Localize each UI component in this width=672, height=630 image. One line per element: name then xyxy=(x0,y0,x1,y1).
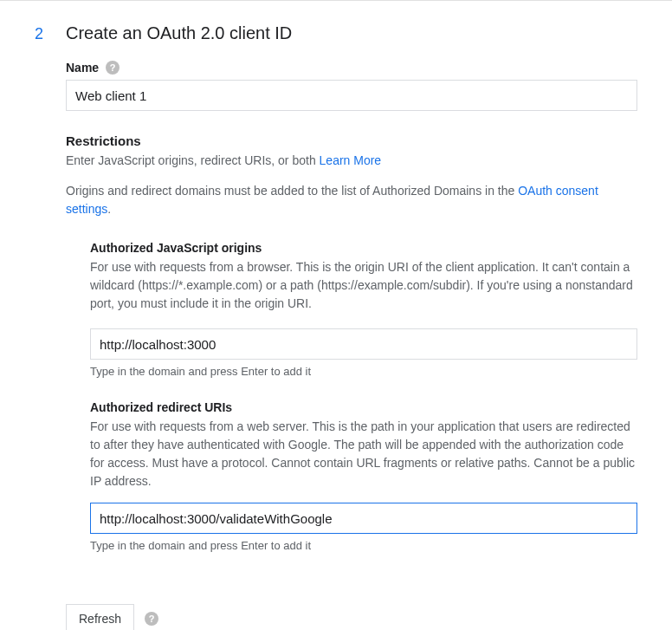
domains-desc: Origins and redirect domains must be add… xyxy=(66,182,637,218)
learn-more-link[interactable]: Learn More xyxy=(320,153,382,167)
restrictions-heading: Restrictions xyxy=(66,133,637,148)
step-content: 2 Create an OAuth 2.0 client ID Name ? R… xyxy=(0,23,672,630)
section-divider xyxy=(0,0,672,1)
step-header: 2 Create an OAuth 2.0 client ID xyxy=(35,23,637,43)
help-icon[interactable]: ? xyxy=(145,612,158,626)
js-origins-input[interactable] xyxy=(90,328,637,360)
js-origins-desc: For use with requests from a browser. Th… xyxy=(90,258,637,313)
js-origins-block: Authorized JavaScript origins For use wi… xyxy=(90,241,637,378)
restrictions-block: Restrictions Enter JavaScript origins, r… xyxy=(66,133,637,218)
footer-row: Refresh ? xyxy=(66,604,637,630)
domains-desc-suffix: . xyxy=(107,202,111,216)
redirect-uris-label: Authorized redirect URIs xyxy=(90,400,637,414)
restrictions-desc-text: Enter JavaScript origins, redirect URIs,… xyxy=(66,153,320,167)
name-label: Name xyxy=(66,61,99,75)
name-input[interactable] xyxy=(66,80,637,111)
js-origins-label: Authorized JavaScript origins xyxy=(90,241,637,255)
js-origins-hint: Type in the domain and press Enter to ad… xyxy=(90,365,637,378)
redirect-uris-block: Authorized redirect URIs For use with re… xyxy=(90,400,637,552)
refresh-button[interactable]: Refresh xyxy=(66,604,134,630)
restrictions-desc: Enter JavaScript origins, redirect URIs,… xyxy=(66,152,637,170)
step-number: 2 xyxy=(35,25,66,43)
name-label-row: Name ? xyxy=(66,61,637,75)
domains-desc-prefix: Origins and redirect domains must be add… xyxy=(66,184,518,198)
redirect-uris-hint: Type in the domain and press Enter to ad… xyxy=(90,539,637,552)
step-title: Create an OAuth 2.0 client ID xyxy=(66,23,292,43)
step-body: Name ? Restrictions Enter JavaScript ori… xyxy=(66,61,637,630)
redirect-uris-desc: For use with requests from a web server.… xyxy=(90,418,637,490)
redirect-uris-input[interactable] xyxy=(90,503,637,534)
help-icon[interactable]: ? xyxy=(106,61,120,75)
